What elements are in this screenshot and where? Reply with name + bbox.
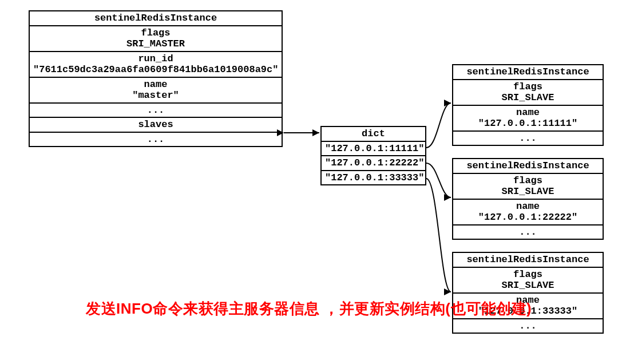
caption-text: 发送INFO命令来获得主服务器信息 ，并更新实例结构(也可能创建) <box>86 298 532 320</box>
flags-label: flags <box>457 269 599 280</box>
master-name: name "master" <box>30 78 282 104</box>
master-ellipsis-2: ... <box>30 133 282 147</box>
dict-box: dict "127.0.0.1:11111" "127.0.0.1:22222"… <box>320 126 426 185</box>
name-label: name <box>457 107 599 118</box>
slave3-title: sentinelRedisInstance <box>453 253 603 268</box>
slave2-name: name "127.0.0.1:22222" <box>453 200 603 225</box>
dict-title: dict <box>322 127 425 142</box>
slave2-ellipsis: ... <box>453 225 603 239</box>
flags-value: SRI_SLAVE <box>457 280 599 291</box>
name-label: name <box>33 79 278 90</box>
master-title: sentinelRedisInstance <box>30 11 282 26</box>
name-value: "127.0.0.1:11111" <box>457 118 599 129</box>
runid-label: run_id <box>33 53 278 65</box>
slave3-flags: flags SRI_SLAVE <box>453 268 603 294</box>
slave-box-3: sentinelRedisInstance flags SRI_SLAVE na… <box>452 252 604 334</box>
master-slaves-label: slaves <box>30 118 282 133</box>
master-runid: run_id "7611c59dc3a29aa6fa0609f841bb6a10… <box>30 52 282 78</box>
flags-label: flags <box>33 27 278 39</box>
name-label: name <box>457 201 599 212</box>
slave-box-2: sentinelRedisInstance flags SRI_SLAVE na… <box>452 158 604 240</box>
master-flags: flags SRI_MASTER <box>30 26 282 52</box>
slave2-flags: flags SRI_SLAVE <box>453 174 603 200</box>
slave-box-1: sentinelRedisInstance flags SRI_SLAVE na… <box>452 64 604 146</box>
arrow-dict-to-slave3 <box>426 179 451 292</box>
name-value: "127.0.0.1:22222" <box>457 212 599 223</box>
arrow-dict-to-slave1 <box>426 103 451 148</box>
runid-value: "7611c59dc3a29aa6fa0609f841bb6a1019008a9… <box>33 64 278 76</box>
caption-line-1: 发送INFO命令来获得主服务器信息 <box>86 300 320 317</box>
flags-value: SRI_MASTER <box>33 38 278 50</box>
arrow-dict-to-slave2 <box>426 163 451 197</box>
caption-line-2: ，并更新实例结构(也可能创建) <box>324 300 532 317</box>
dict-entry-3: "127.0.0.1:33333" <box>322 171 425 185</box>
dict-entry-2: "127.0.0.1:22222" <box>322 156 425 171</box>
slave1-title: sentinelRedisInstance <box>453 65 603 80</box>
slave1-flags: flags SRI_SLAVE <box>453 80 603 106</box>
flags-label: flags <box>457 175 599 187</box>
dict-entry-1: "127.0.0.1:11111" <box>322 142 425 157</box>
slave1-ellipsis: ... <box>453 132 603 145</box>
master-box: sentinelRedisInstance flags SRI_MASTER r… <box>29 10 283 147</box>
name-value: "master" <box>33 90 278 101</box>
master-ellipsis-1: ... <box>30 104 282 118</box>
slave3-ellipsis: ... <box>453 319 603 333</box>
slave2-title: sentinelRedisInstance <box>453 159 603 174</box>
flags-label: flags <box>457 81 599 93</box>
flags-value: SRI_SLAVE <box>457 186 599 197</box>
slave1-name: name "127.0.0.1:11111" <box>453 106 603 132</box>
flags-value: SRI_SLAVE <box>457 92 599 104</box>
